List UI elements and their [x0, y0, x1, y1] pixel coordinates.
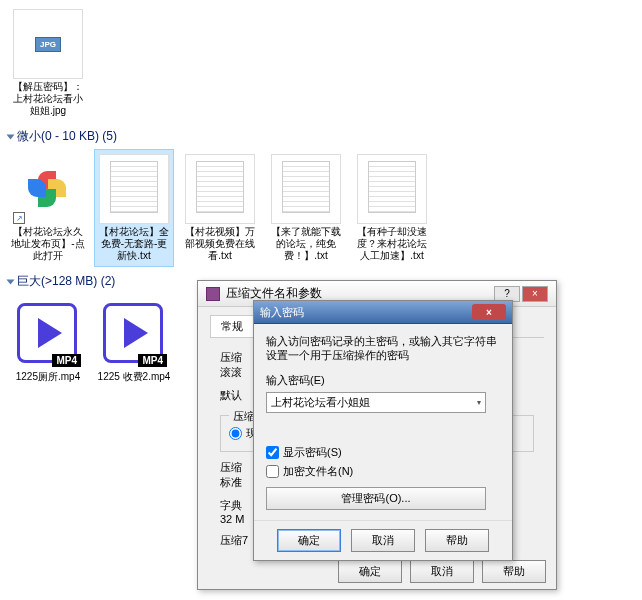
help-button[interactable]: 帮助 — [425, 529, 489, 552]
group-label: 微小(0 - 10 KB) (5) — [17, 128, 117, 145]
format-radio[interactable] — [229, 427, 242, 440]
file-label: 【解压密码】：上村花论坛看小姐姐.jpg — [11, 81, 85, 117]
group-label: 巨大(>128 MB) (2) — [17, 273, 115, 290]
mp4-thumb: MP4 — [99, 299, 169, 369]
password-input[interactable]: 上村花论坛看小姐姐 — [266, 392, 486, 413]
file-label: 【村花论坛】全免费-无套路-更新快.txt — [97, 226, 171, 262]
close-button[interactable]: × — [522, 286, 548, 302]
ok-button[interactable]: 确定 — [277, 529, 341, 552]
password-label: 输入密码(E) — [266, 373, 500, 388]
tab-general[interactable]: 常规 — [210, 315, 254, 337]
txt-thumb — [99, 154, 169, 224]
file-item-pinwheel[interactable]: ↗ 【村花论坛永久地址发布页】-点此打开 — [8, 149, 88, 267]
encrypt-names-label: 加密文件名(N) — [283, 464, 353, 479]
file-item-mp4a[interactable]: MP4 1225厕所.mp4 — [8, 294, 88, 388]
cancel-button[interactable]: 取消 — [410, 560, 474, 583]
file-item-txt4[interactable]: 【有种子却没速度？来村花论坛人工加速】.txt — [352, 149, 432, 267]
file-item-jpg[interactable]: JPG 【解压密码】：上村花论坛看小姐姐.jpg — [8, 4, 88, 122]
jpg-badge: JPG — [35, 37, 61, 52]
txt-thumb — [185, 154, 255, 224]
password-dialog: 输入密码 × 输入访问密码记录的主密码，或输入其它字符串设置一个用于压缩操作的密… — [253, 300, 513, 561]
expand-icon — [7, 134, 15, 139]
file-item-mp4b[interactable]: MP4 1225 收费2.mp4 — [94, 294, 174, 388]
shortcut-thumb: ↗ — [13, 154, 83, 224]
file-item-txt3[interactable]: 【来了就能下载的论坛，纯免费！】.txt — [266, 149, 346, 267]
file-label: 【村花视频】万部视频免费在线看.txt — [183, 226, 257, 262]
app-icon — [206, 287, 220, 301]
pinwheel-icon — [28, 169, 68, 209]
help-button[interactable]: 帮助 — [482, 560, 546, 583]
info-text: 输入访问密码记录的主密码，或输入其它字符串设置一个用于压缩操作的密码 — [266, 334, 500, 363]
show-password-checkbox[interactable] — [266, 446, 279, 459]
expand-icon — [7, 279, 15, 284]
jpg-thumb: JPG — [13, 9, 83, 79]
mp4-badge: MP4 — [52, 354, 81, 367]
show-password-label: 显示密码(S) — [283, 445, 342, 460]
manage-passwords-button[interactable]: 管理密码(O)... — [266, 487, 486, 510]
ok-button[interactable]: 确定 — [338, 560, 402, 583]
mp4-badge: MP4 — [138, 354, 167, 367]
file-item-txt2[interactable]: 【村花视频】万部视频免费在线看.txt — [180, 149, 260, 267]
dialog-titlebar[interactable]: 输入密码 × — [254, 301, 512, 324]
group-header-tiny[interactable]: 微小(0 - 10 KB) (5) — [8, 128, 634, 145]
cancel-button[interactable]: 取消 — [351, 529, 415, 552]
file-label: 1225厕所.mp4 — [16, 371, 80, 383]
file-label: 1225 收费2.mp4 — [98, 371, 171, 383]
txt-thumb — [271, 154, 341, 224]
txt-thumb — [357, 154, 427, 224]
close-button[interactable]: × — [472, 304, 506, 320]
dialog-title: 输入密码 — [260, 305, 304, 320]
encrypt-names-checkbox[interactable] — [266, 465, 279, 478]
shortcut-arrow-icon: ↗ — [13, 212, 25, 224]
file-item-txt1[interactable]: 【村花论坛】全免费-无套路-更新快.txt — [94, 149, 174, 267]
file-label: 【来了就能下载的论坛，纯免费！】.txt — [269, 226, 343, 262]
file-label: 【村花论坛永久地址发布页】-点此打开 — [11, 226, 85, 262]
file-label: 【有种子却没速度？来村花论坛人工加速】.txt — [355, 226, 429, 262]
mp4-thumb: MP4 — [13, 299, 83, 369]
